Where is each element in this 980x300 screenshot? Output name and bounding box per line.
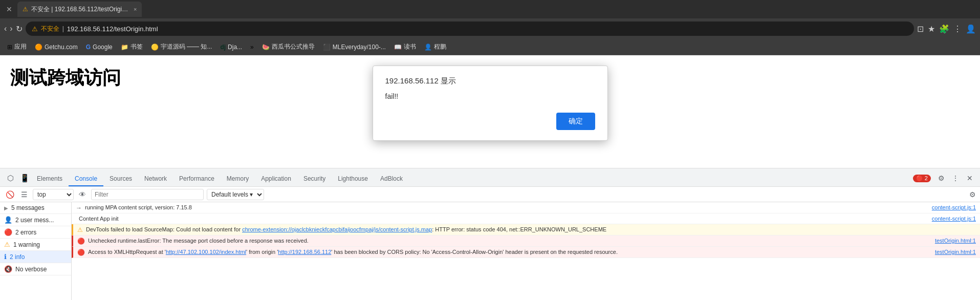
profile-bm-icon: 👤 [424,44,432,51]
log-text-warning: DevTools failed to load SourceMap: Could… [86,225,976,233]
log-source-error1[interactable]: testOrigin.html:1 [931,237,976,245]
dialog-box: 192.168.56.112 显示 fail!! 确定 [373,66,608,141]
bookmark-xigua[interactable]: 🍉 西瓜书公式推导 [259,41,318,52]
log-row-warning: ⚠ DevTools failed to load SourceMap: Cou… [72,224,980,235]
bookmark-read[interactable]: 📖 读书 [391,41,419,52]
bookmark-django-label: Dja... [228,44,242,51]
log-source-cors[interactable]: testOrigin.html:1 [931,248,976,256]
eye-icon[interactable]: 👁 [77,189,88,200]
reload-button[interactable]: ↻ [16,24,23,34]
sidebar-info-label: 2 info [10,253,25,261]
log-row-content-init: Content App init content-script.js:1 [72,213,980,224]
bookmark-folder1-label: 书签 [130,42,143,51]
bookmark-yudao-label: 宇道源码 —— 知... [161,42,212,51]
tab-console[interactable]: Console [69,172,103,186]
settings-icon[interactable]: ⋮ [953,24,962,34]
devtools-tabs: ⬡ 📱 Elements Console Sources Network Per… [0,168,980,187]
bookmark-mleveryday-label: MLEveryday/100-... [333,44,386,51]
log-error1-icon: 🔴 [77,237,85,245]
google-icon: G [86,44,91,51]
info-sidebar-icon: ℹ [4,253,7,261]
back-button[interactable]: ‹ [4,24,7,33]
sidebar-all-label: 5 messages [11,204,45,211]
sidebar-errors-label: 2 errors [15,229,36,236]
bookmark-xigua-label: 西瓜书公式推导 [272,42,315,51]
console-settings-btn[interactable]: ⚙ [969,190,976,199]
bookmark-yudao[interactable]: 🟡 宇道源码 —— 知... [148,41,215,52]
profile-icon[interactable]: 👤 [966,24,976,34]
bookmark-apps[interactable]: ⊞ 应用 [4,41,30,52]
sidebar-verbose[interactable]: 🔇 No verbose [0,263,71,275]
bookmark-django[interactable]: dj Dja... [217,42,245,52]
filter-input[interactable] [91,189,204,200]
context-select[interactable]: top [33,189,74,200]
log-arrow-icon: → [76,204,82,212]
dialog-ok-button[interactable]: 确定 [556,113,595,130]
bookmark-google[interactable]: G Google [83,42,116,52]
bookmark-mleveryday[interactable]: ⬛ MLEveryday/100-... [320,42,389,52]
bookmark-folder1[interactable]: 📁 书签 [118,41,146,52]
sidebar-info[interactable]: ℹ 2 info [0,251,71,263]
error-sidebar-icon: 🔴 [4,228,12,236]
devtools-settings-btn[interactable]: ⚙ [935,172,947,184]
device-icon[interactable]: 📱 [18,172,31,184]
xigua-icon: 🍉 [262,44,270,51]
devtools-more-btn[interactable]: ⋮ [949,172,962,184]
bookmark-getchu[interactable]: 🟠 Getchu.com [32,42,81,52]
getchu-icon: 🟠 [35,44,42,51]
verbose-sidebar-icon: 🔇 [4,265,12,273]
folder1-icon: 📁 [121,44,128,51]
tab-application[interactable]: Application [255,172,297,186]
devtools-panel: ⬡ 📱 Elements Console Sources Network Per… [0,168,980,300]
cast-icon[interactable]: ⊡ [917,24,924,34]
django-icon: dj [220,44,226,51]
sidebar-verbose-label: No verbose [15,266,47,273]
sidebar-errors[interactable]: 🔴 2 errors [0,226,71,239]
devtools-close-btn[interactable]: ✕ [964,172,976,184]
tab-close-icon[interactable]: ✕ [5,5,13,13]
tab-performance[interactable]: Performance [173,172,221,186]
tab-sources[interactable]: Sources [103,172,138,186]
sidebar-warnings-label: 1 warning [13,241,40,248]
sourcemap-link[interactable]: chrome-extension://ojaclcbknieckfcapcbif… [242,226,432,232]
sidebar-all-messages[interactable]: ▶ 5 messages [0,202,71,214]
bookmark-profile-label: 程鹏 [434,42,446,51]
log-text-cors: Access to XMLHttpRequest at 'http://47.1… [88,248,931,256]
bookmark-apps-label: 应用 [14,42,27,51]
tab-adblock[interactable]: AdBlock [374,172,409,186]
tab-elements[interactable]: Elements [31,172,69,186]
sidebar-warnings[interactable]: ⚠ 1 warning [0,239,71,251]
address-bar[interactable]: ⚠ 不安全 | 192.168.56.112/testOrigin.html [26,22,914,36]
tab-security[interactable]: Security [297,172,332,186]
extensions-icon[interactable]: 🧩 [939,24,949,34]
apps-icon: ⊞ [7,44,12,51]
levels-select[interactable]: Default levels ▾ [207,189,264,200]
bookmark-more[interactable]: » [247,42,257,52]
user-msg-icon: 👤 [4,216,12,224]
console-log-area: → running MPA content script, version: 7… [72,202,980,300]
log-row-cors: 🔴 Access to XMLHttpRequest at 'http://47… [72,247,980,258]
log-source-running[interactable]: content-script.js:1 [928,203,976,211]
insecure-label: 不安全 [41,25,59,33]
more-icon: » [250,44,254,51]
forward-button[interactable]: › [10,24,12,33]
bookmark-profile[interactable]: 👤 程鹏 [421,41,449,52]
bookmark-icon[interactable]: ★ [928,24,935,34]
clear-console-btn[interactable]: 🚫 [4,189,15,200]
inspector-icon[interactable]: ⬡ [4,172,16,184]
log-cors-icon: 🔴 [77,248,85,256]
browser-tab[interactable]: ⚠ 不安全 | 192.168.56.112/testOrigin.html × [17,2,142,17]
expand-icon: ▶ [4,205,8,211]
bookmarks-bar: ⊞ 应用 🟠 Getchu.com G Google 📁 书签 🟡 宇道源码 —… [0,39,980,55]
log-source-content-init[interactable]: content-script.js:1 [928,215,976,223]
warning-sidebar-icon: ⚠ [4,241,10,248]
tab-lighthouse[interactable]: Lighthouse [332,172,374,186]
tab-close-x[interactable]: × [134,6,137,12]
toggle-sidebar-btn[interactable]: ☰ [18,189,30,200]
cors-url-link[interactable]: http://47.102.100.102/index.html [166,249,246,255]
cors-origin-link[interactable]: http://192.168.56.112 [278,249,331,255]
dialog-footer: 确定 [385,113,595,130]
sidebar-user-messages[interactable]: 👤 2 user mess... [0,214,71,226]
tab-network[interactable]: Network [138,172,173,186]
tab-memory[interactable]: Memory [221,172,255,186]
